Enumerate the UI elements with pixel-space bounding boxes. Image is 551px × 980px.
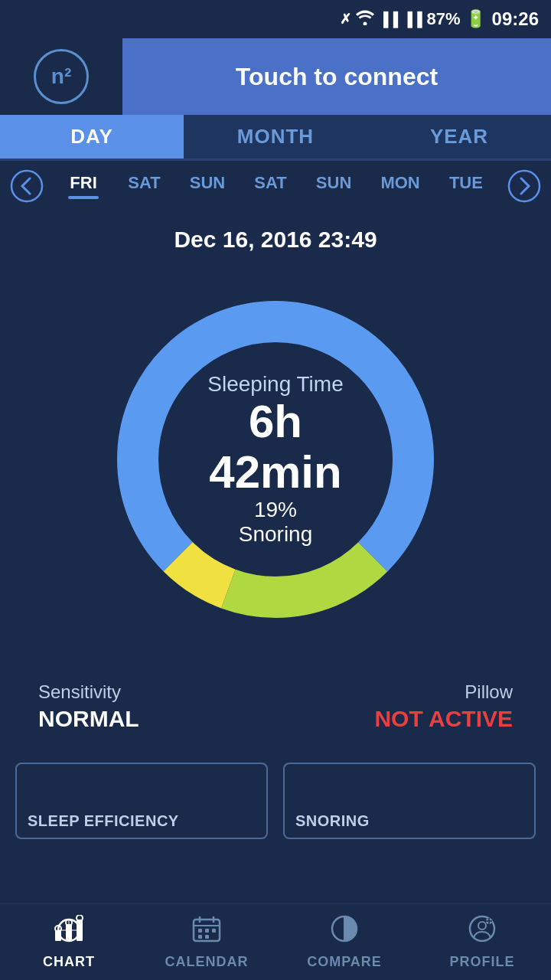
calendar-icon	[192, 915, 221, 949]
nav-calendar-label: CALENDAR	[165, 954, 249, 970]
svg-point-0	[363, 21, 367, 25]
snoring-card-label: SNORING	[295, 812, 370, 830]
signal2-icon: ▐▐	[403, 11, 422, 28]
donut-chart-area: Sleeping Time 6h 42min 19% Snoring	[0, 260, 551, 658]
logo-area: n²	[0, 38, 122, 115]
signal1-icon: ▐▐	[379, 11, 399, 28]
nav-profile-label: PROFILE	[449, 954, 514, 970]
compare-icon	[330, 915, 359, 949]
svg-rect-21	[205, 929, 209, 933]
connect-button[interactable]: Touch to connect	[122, 38, 551, 115]
svg-point-1	[11, 171, 42, 201]
pillow-stat: Pillow NOT ACTIVE	[374, 681, 513, 732]
day-item-sat1[interactable]: SAT	[122, 168, 166, 204]
day-item-sun1[interactable]: SUN	[184, 168, 231, 204]
tab-day[interactable]: DAY	[0, 115, 184, 158]
battery-icon: 🔋	[465, 9, 486, 29]
status-time: 09:26	[492, 8, 539, 30]
sensitivity-value: NORMAL	[38, 706, 139, 732]
day-item-tue[interactable]: TUE	[443, 168, 489, 204]
day-item-fri[interactable]: FRI	[62, 168, 105, 204]
pillow-value: NOT ACTIVE	[374, 706, 513, 732]
day-list: FRI SAT SUN SAT SUN MON TUE	[54, 168, 497, 204]
svg-rect-23	[198, 935, 202, 939]
cards-row: SLEEP EFFICIENCY SNORING	[0, 763, 551, 839]
profile-icon	[468, 915, 497, 949]
tab-year[interactable]: YEAR	[367, 115, 551, 158]
svg-point-2	[509, 171, 540, 201]
chart-icon	[54, 915, 84, 949]
svg-rect-22	[212, 929, 216, 933]
nav-compare[interactable]: COMPARE	[276, 904, 413, 980]
pillow-label: Pillow	[465, 681, 513, 703]
header: n² Touch to connect	[0, 38, 551, 115]
day-item-sun2[interactable]: SUN	[310, 168, 357, 204]
svg-rect-24	[205, 935, 209, 939]
bluetooth-icon: ✗	[340, 11, 351, 28]
svg-rect-20	[198, 929, 202, 933]
svg-point-28	[478, 922, 486, 929]
app-logo: n²	[34, 49, 89, 104]
status-bar: ✗ ▐▐ ▐▐ 87% 🔋 09:26	[0, 0, 551, 38]
wifi-icon	[356, 10, 374, 29]
status-icons: ✗ ▐▐ ▐▐ 87% 🔋	[340, 9, 486, 29]
sleep-efficiency-card[interactable]: SLEEP EFFICIENCY	[15, 763, 268, 839]
day-item-sat2[interactable]: SAT	[248, 168, 292, 204]
nav-calendar[interactable]: CALENDAR	[138, 904, 276, 980]
day-navigation: FRI SAT SUN SAT SUN MON TUE	[0, 161, 551, 211]
donut-chart: Sleeping Time 6h 42min 19% Snoring	[92, 276, 459, 643]
stats-row: Sensitivity NORMAL Pillow NOT ACTIVE	[0, 666, 551, 747]
snoring-card[interactable]: SNORING	[283, 763, 536, 839]
period-tabs: DAY MONTH YEAR	[0, 115, 551, 161]
nav-compare-label: COMPARE	[307, 954, 382, 970]
day-item-mon[interactable]: MON	[374, 168, 425, 204]
sleep-efficiency-label: SLEEP EFFICIENCY	[28, 812, 179, 830]
nav-profile[interactable]: PROFILE	[413, 904, 551, 980]
prev-day-button[interactable]	[0, 169, 54, 203]
nav-chart-label: CHART	[43, 954, 95, 970]
date-display: Dec 16, 2016 23:49	[0, 211, 551, 260]
sensitivity-stat: Sensitivity NORMAL	[38, 681, 139, 732]
sensitivity-label: Sensitivity	[38, 681, 139, 703]
tab-month[interactable]: MONTH	[184, 115, 367, 158]
nav-chart[interactable]: CHART	[0, 904, 138, 980]
battery-text: 87%	[427, 9, 461, 29]
next-day-button[interactable]	[497, 169, 551, 203]
bottom-nav: CHART CALENDAR COMPARE	[0, 903, 551, 980]
